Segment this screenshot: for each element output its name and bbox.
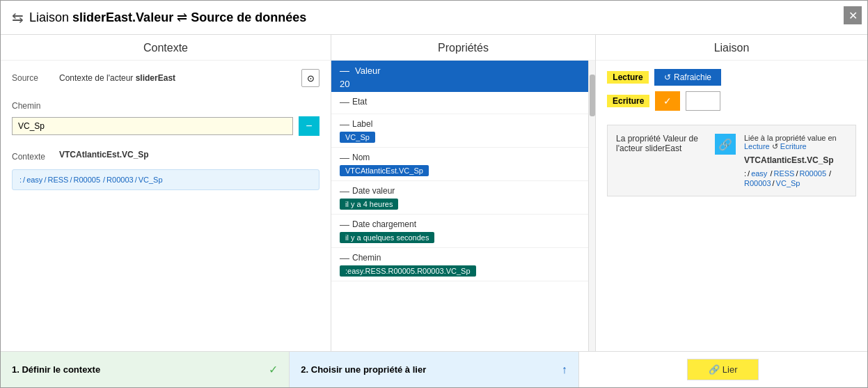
- prop-nom-label: Nom: [352, 153, 370, 162]
- title-bold2: Source de données: [191, 10, 306, 24]
- contexte-panel-content: Source Contexte de l'acteur sliderEast ⊙…: [1, 61, 331, 351]
- scrollbar-thumb: [590, 75, 595, 116]
- rafraichie-label: Rafraichie: [674, 72, 711, 82]
- lp-sep5: /: [829, 169, 831, 178]
- lp-r00005[interactable]: R00005: [799, 169, 826, 178]
- liaison-info-box: La propriété Valeur de l'acteur sliderEa…: [607, 125, 856, 196]
- step1-check-icon: ✓: [269, 363, 278, 376]
- modal-footer: 1. Définir le contexte ✓ 2. Choisir une …: [1, 351, 867, 387]
- title-bold1: sliderEast.Valeur: [72, 10, 173, 24]
- link-icon: ⇆: [12, 9, 24, 26]
- rafraichie-button[interactable]: ↺ Rafraichie: [654, 69, 721, 86]
- lp-easy[interactable]: easy: [751, 169, 767, 178]
- prop-item-chemin[interactable]: — Chemin :easy.RESS.R00005.R00003.VC_Sp: [331, 248, 595, 281]
- prop-label-tag: VC_Sp: [340, 132, 375, 143]
- title-arrow: ⇌: [177, 10, 187, 24]
- ecriture-input[interactable]: [686, 91, 720, 111]
- prop-date-chargement-label: Date chargement: [352, 219, 416, 229]
- modal-dialog: ⇆ Liaison sliderEast.Valeur ⇌ Source de …: [0, 0, 868, 388]
- ecriture-label: Ecriture: [607, 95, 649, 107]
- lier-button[interactable]: 🔗 Lier: [687, 359, 759, 380]
- target-icon-button[interactable]: ⊙: [301, 69, 319, 87]
- prop-chemin-label: Chemin: [352, 253, 381, 263]
- chemin-label: Chemin: [12, 101, 54, 111]
- lp-sep6: /: [773, 179, 775, 187]
- liaison-path-breadcrumb: : / easy / RESS / R00005 / R00003 /: [744, 169, 847, 187]
- prop-dash-label: —: [340, 118, 349, 130]
- proprietes-panel: Propriétés — Valeur 20 — Etat: [331, 35, 596, 351]
- liaison-left-text: La propriété Valeur de l'acteur sliderEa…: [616, 134, 707, 153]
- prop-dash-etat: —: [340, 96, 349, 107]
- liaison-content: Lecture ↺ Rafraichie Ecriture ✓: [596, 61, 867, 216]
- vtc-path: VTCAtlanticEst.VC_Sp: [744, 155, 847, 165]
- prop-item-label[interactable]: — Label VC_Sp: [331, 114, 595, 148]
- chemin-input-row: −: [12, 116, 319, 136]
- lp-sep3: /: [770, 169, 772, 178]
- modal-header: ⇆ Liaison sliderEast.Valeur ⇌ Source de …: [1, 1, 867, 35]
- refresh-icon: ↺: [664, 72, 671, 82]
- close-button[interactable]: ✕: [844, 6, 862, 24]
- contexte-panel-header: Contexte: [1, 35, 331, 61]
- scrollbar-track[interactable]: [588, 61, 595, 351]
- chemin-section: Chemin −: [12, 101, 319, 136]
- contexte-value-row: Contexte VTCAtlanticEst.VC_Sp: [12, 150, 319, 164]
- step2-up-icon: ↑: [562, 364, 567, 376]
- source-value: Contexte de l'acteur sliderEast: [59, 73, 175, 83]
- contexte-inner-label: Contexte: [12, 152, 54, 162]
- lecture-link[interactable]: Lecture: [744, 142, 770, 150]
- info-left-text1: La propriété Valeur de: [616, 134, 698, 143]
- bc-vc-sp[interactable]: VC_Sp: [139, 176, 163, 184]
- prop-date-valeur-label: Date valeur: [352, 186, 395, 196]
- lp-vc-sp[interactable]: VC_Sp: [776, 179, 800, 187]
- prop-item-nom[interactable]: — Nom VTCAtlanticEst.VC_Sp: [331, 148, 595, 181]
- title-prefix: Liaison: [29, 10, 69, 24]
- footer-step-2: 2. Choisir une propriété à lier ↑: [290, 352, 578, 387]
- prop-date-valeur-tag: il y a 4 heures: [340, 199, 398, 210]
- prop-item-date-valeur[interactable]: — Date valeur il y a 4 heures: [331, 181, 595, 215]
- contexte-panel: Contexte Source Contexte de l'acteur sli…: [1, 35, 331, 351]
- bc-r00005[interactable]: R00005: [73, 176, 100, 184]
- lecture-label: Lecture: [607, 71, 649, 84]
- source-prefix: Contexte de l'acteur: [59, 73, 136, 83]
- chemin-minus-button[interactable]: −: [299, 116, 319, 136]
- ecriture-check-button[interactable]: ✓: [655, 91, 680, 111]
- liee-text: Liée à la propriété value en Lecture ↺ E…: [744, 134, 847, 151]
- selected-prop-value: 20: [340, 79, 349, 89]
- chemin-input[interactable]: [12, 117, 293, 135]
- bc-sep1: :: [19, 176, 22, 184]
- bc-ress[interactable]: RESS: [47, 176, 68, 184]
- selected-property-valeur[interactable]: — Valeur 20: [331, 61, 595, 92]
- prop-item-date-chargement[interactable]: — Date chargement il y a quelques second…: [331, 215, 595, 248]
- source-label: Source: [12, 73, 54, 83]
- contexte-breadcrumb: : / easy / RESS / R00005 / R00003 / VC_S…: [12, 169, 319, 190]
- prop-dash-chemin: —: [340, 252, 349, 263]
- lp-sep4: /: [796, 169, 798, 178]
- footer-step-3: 🔗 Lier: [579, 352, 867, 387]
- bc-sep5: /: [103, 176, 105, 184]
- props-content: — Valeur 20 — Etat —: [331, 61, 595, 351]
- lp-r00003[interactable]: R00003: [744, 179, 771, 187]
- lecture-ecriture-section: Lecture ↺ Rafraichie Ecriture ✓: [607, 69, 856, 111]
- prop-label-label: Label: [352, 119, 372, 129]
- contexte-inner-value: VTCAtlanticEst.VC_Sp: [59, 150, 149, 160]
- lp-ress[interactable]: RESS: [773, 169, 794, 178]
- lp-sep2: /: [748, 169, 750, 178]
- prop-dash-nom: —: [340, 152, 349, 163]
- bc-easy[interactable]: easy: [26, 176, 42, 184]
- bc-r00003[interactable]: R00003: [106, 176, 134, 184]
- prop-etat-label: Etat: [352, 97, 367, 107]
- liaison-panel: Liaison Lecture ↺ Rafraichie Ecriture ✓: [596, 35, 867, 351]
- liaison-right: Liée à la propriété value en Lecture ↺ E…: [744, 134, 847, 187]
- lecture-row: Lecture ↺ Rafraichie: [607, 69, 856, 86]
- refresh-icon-small: ↺: [772, 142, 778, 150]
- contexte-section: Contexte VTCAtlanticEst.VC_Sp : / easy /…: [12, 150, 319, 190]
- prop-item-etat[interactable]: — Etat: [331, 92, 595, 114]
- bc-sep6: /: [135, 176, 137, 184]
- liaison-link-button[interactable]: 🔗: [715, 134, 736, 155]
- prop-dash-date-charg: —: [340, 219, 349, 230]
- info-left-text2: l'acteur sliderEast: [616, 143, 681, 153]
- ecriture-link[interactable]: Ecriture: [780, 142, 807, 150]
- modal-body: Contexte Source Contexte de l'acteur sli…: [1, 35, 867, 351]
- prop-dash-date-val: —: [340, 185, 349, 196]
- source-actor: sliderEast: [136, 73, 175, 83]
